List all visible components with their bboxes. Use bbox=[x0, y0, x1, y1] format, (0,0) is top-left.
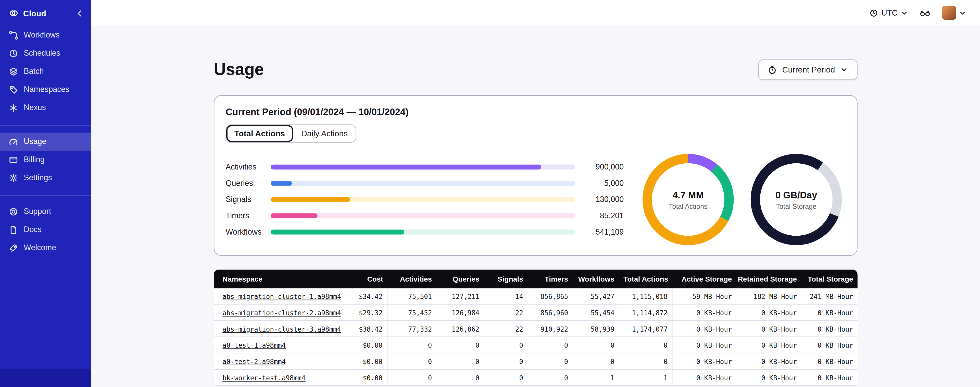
table-row: abs-migration-cluster-1.a98mm4 $34.42 75… bbox=[214, 288, 858, 305]
timers-cell: 910,922 bbox=[528, 321, 573, 336]
timers-cell: 856,865 bbox=[528, 288, 573, 304]
content-scroll-area[interactable]: Usage Current Period Current Period (09/… bbox=[91, 26, 980, 387]
column-header: Active Storage bbox=[673, 270, 737, 288]
nexus-icon bbox=[9, 103, 18, 113]
queries-cell: 0 bbox=[436, 337, 484, 353]
retained-storage-cell: 0 KB-Hour bbox=[736, 353, 801, 369]
sidebar-item-label: Usage bbox=[24, 136, 46, 147]
bar-fill bbox=[270, 197, 350, 202]
bar-value: 900,000 bbox=[575, 163, 624, 171]
cost-cell: $29.32 bbox=[342, 305, 387, 320]
sidebar-item-docs[interactable]: Docs bbox=[0, 221, 91, 239]
sidebar-item-batch[interactable]: Batch bbox=[0, 62, 91, 81]
tag-icon bbox=[9, 85, 18, 94]
namespace-cell: abs-migration-cluster-3.a98mm4 bbox=[214, 321, 342, 336]
namespace-cell: a0-test-1.a98mm4 bbox=[214, 337, 342, 353]
cost-cell: $0.00 bbox=[342, 369, 387, 385]
namespace-link[interactable]: abs-migration-cluster-2.a98mm4 bbox=[223, 309, 341, 316]
activities-cell: 75,501 bbox=[387, 288, 436, 304]
namespace-link[interactable]: a0-test-1.a98mm4 bbox=[223, 341, 286, 349]
timezone-selector[interactable]: UTC bbox=[870, 8, 908, 17]
activities-cell: 0 bbox=[387, 369, 436, 385]
glasses-icon[interactable] bbox=[919, 8, 931, 18]
chevron-down-icon bbox=[900, 9, 908, 17]
column-header: Retained Storage bbox=[736, 270, 801, 288]
workflows-cell: 55,454 bbox=[573, 305, 619, 320]
workflows-cell: 55,427 bbox=[573, 288, 619, 304]
table-row: abs-migration-cluster-3.a98mm4 $38.42 77… bbox=[214, 321, 858, 337]
sidebar-item-settings[interactable]: Settings bbox=[0, 169, 91, 187]
queries-cell: 126,984 bbox=[436, 305, 484, 320]
gear-icon bbox=[9, 173, 18, 183]
sidebar-divider bbox=[0, 195, 91, 195]
donut-caption: Total Actions bbox=[669, 202, 707, 210]
sidebar-item-schedules[interactable]: Schedules bbox=[0, 45, 91, 62]
actions-tab-group: Total Actions Daily Actions bbox=[226, 125, 356, 143]
sidebar-item-workflows[interactable]: Workflows bbox=[0, 26, 91, 45]
tab-daily-actions[interactable]: Daily Actions bbox=[293, 125, 356, 142]
lifebuoy-icon bbox=[9, 207, 18, 216]
bar-fill bbox=[270, 181, 292, 186]
namespace-cell: abs-migration-cluster-1.a98mm4 bbox=[214, 288, 342, 304]
retained-storage-cell: 0 KB-Hour bbox=[736, 337, 801, 353]
namespace-link[interactable]: abs-migration-cluster-1.a98mm4 bbox=[223, 293, 341, 300]
sidebar-footer bbox=[0, 369, 91, 387]
page-title: Usage bbox=[214, 60, 264, 79]
donut-value: 0 GB/Day bbox=[775, 189, 817, 200]
column-header: Cost bbox=[342, 270, 387, 288]
active-storage-cell: 0 KB-Hour bbox=[673, 321, 737, 336]
namespace-link[interactable]: a0-test-2.a98mm4 bbox=[223, 357, 286, 365]
activities-cell: 77,332 bbox=[387, 321, 436, 336]
column-header: Total Storage bbox=[801, 270, 858, 288]
sidebar-collapse-button[interactable] bbox=[75, 9, 84, 18]
sidebar-item-nexus[interactable]: Nexus bbox=[0, 99, 91, 117]
bar-row-activities: Activities 900,000 bbox=[226, 163, 624, 171]
total-storage-cell: 241 MB-Hour bbox=[801, 288, 858, 304]
table-row: bk-worker-test.a98mm4 $0.00 0 0 0 0 1 1 … bbox=[214, 369, 858, 386]
total-storage-cell: 0 KB-Hour bbox=[801, 321, 858, 336]
bar-fill bbox=[270, 165, 541, 170]
sidebar-item-usage[interactable]: Usage bbox=[0, 133, 91, 150]
active-storage-cell: 59 MB-Hour bbox=[673, 288, 737, 304]
period-selector-label: Current Period bbox=[782, 65, 835, 75]
queries-cell: 0 bbox=[436, 369, 484, 385]
namespace-link[interactable]: abs-migration-cluster-3.a98mm4 bbox=[223, 325, 341, 333]
total-actions-cell: 1,174,077 bbox=[619, 321, 673, 336]
usage-bar-chart: Activities 900,000 Queries bbox=[226, 163, 643, 236]
timers-cell: 856,960 bbox=[528, 305, 573, 320]
retained-storage-cell: 0 KB-Hour bbox=[736, 305, 801, 320]
cost-cell: $34.42 bbox=[342, 288, 387, 304]
donut-center: 0 GB/Day Total Storage bbox=[760, 163, 832, 236]
chevron-down-icon bbox=[959, 9, 966, 17]
period-selector-button[interactable]: Current Period bbox=[758, 59, 857, 80]
usage-page: Usage Current Period Current Period (09/… bbox=[214, 26, 858, 386]
signals-cell: 0 bbox=[484, 337, 528, 353]
chevron-down-icon bbox=[840, 66, 848, 74]
topbar: UTC bbox=[91, 0, 980, 26]
column-header: Queries bbox=[436, 270, 484, 288]
sidebar-item-support[interactable]: Support bbox=[0, 203, 91, 221]
sidebar-item-welcome[interactable]: Welcome bbox=[0, 239, 91, 257]
total-actions-cell: 0 bbox=[619, 337, 673, 353]
page-header: Usage Current Period bbox=[214, 59, 858, 80]
sidebar-item-billing[interactable]: Billing bbox=[0, 151, 91, 169]
column-header: Activities bbox=[387, 270, 436, 288]
namespace-link[interactable]: bk-worker-test.a98mm4 bbox=[223, 374, 305, 381]
total-actions-donut: 4.7 MM Total Actions bbox=[643, 154, 734, 245]
tab-total-actions[interactable]: Total Actions bbox=[226, 125, 293, 142]
temporal-logo-icon bbox=[9, 8, 19, 18]
total-actions-cell: 1 bbox=[619, 369, 673, 385]
usage-charts: Activities 900,000 Queries bbox=[226, 154, 846, 245]
clock-icon bbox=[870, 8, 878, 17]
account-menu[interactable] bbox=[942, 6, 966, 20]
sidebar-item-label: Namespaces bbox=[24, 85, 69, 95]
total-storage-cell: 0 KB-Hour bbox=[801, 369, 858, 385]
stopwatch-icon bbox=[768, 65, 777, 75]
total-actions-cell: 1,115,018 bbox=[619, 288, 673, 304]
sidebar-item-namespaces[interactable]: Namespaces bbox=[0, 81, 91, 99]
signals-cell: 22 bbox=[484, 321, 528, 336]
gauge-icon bbox=[9, 137, 18, 147]
column-header: Timers bbox=[528, 270, 573, 288]
current-period-card: Current Period (09/01/2024 — 10/01/2024)… bbox=[214, 95, 858, 256]
bar-label: Workflows bbox=[226, 228, 270, 237]
